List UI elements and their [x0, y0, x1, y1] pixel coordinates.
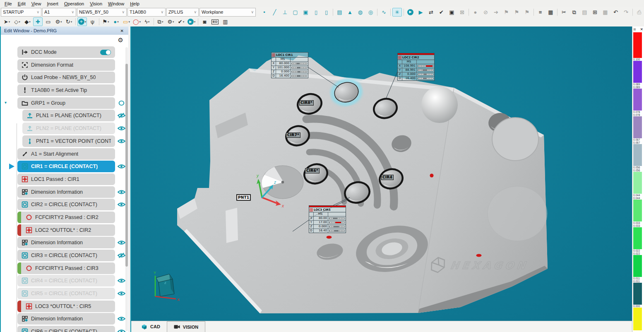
rect-feature-icon[interactable]: ▯ — [322, 8, 331, 17]
menu-file[interactable]: File — [2, 1, 15, 7]
eye-icon[interactable] — [118, 138, 125, 144]
tree-item-cir3[interactable]: CIR3 = CIRCLE (CONTACT) — [1, 250, 128, 261]
redo-icon[interactable]: ↷ — [621, 8, 631, 17]
eye-icon[interactable] — [118, 291, 125, 296]
cad-viewport[interactable]: HEXAGON y z x Y X Z LOC1 CIR1MSX80.000Y1 — [131, 26, 632, 321]
gear-icon[interactable]: ⚙ — [118, 36, 123, 44]
panel-splitter[interactable] — [128, 26, 131, 332]
tree-item-a1[interactable]: A1 = Start Alignment — [1, 148, 128, 160]
tree-item-fcfcirty1[interactable]: FCFCIRTY1 Passed : CIR3 — [1, 262, 128, 274]
report-template-icon[interactable]: ▦ — [546, 8, 555, 17]
probe-path-icon[interactable]: ψ — [88, 17, 97, 26]
probe-options-icon[interactable]: ⚙▾ — [54, 17, 63, 26]
lobe-display-icon[interactable]: ●▾ — [111, 17, 121, 26]
menu-window[interactable]: Window — [105, 1, 127, 7]
alignment-select[interactable]: A1∨ — [42, 8, 76, 17]
tree-item-load-probe[interactable]: Load Probe - NEW5_BY_50 — [1, 72, 128, 83]
tree-item-dim-info-1[interactable]: Dimension Information — [1, 186, 128, 198]
feature-tag-pnt1[interactable]: PNT1 — [236, 194, 251, 201]
round-slot-feature-icon[interactable]: ▢ — [291, 8, 300, 17]
confirm-icon[interactable]: ✔▾ — [176, 17, 186, 26]
id-box-icon[interactable]: EO — [210, 17, 220, 26]
gage-rectangle-icon[interactable]: ▭▾ — [122, 17, 131, 26]
orientation-cube[interactable]: Y X Z — [154, 271, 180, 302]
play-controls-icon[interactable]: ▶▾ — [187, 17, 196, 26]
tree-item-cir5[interactable]: CIR5 = CIRCLE (CONTACT) — [1, 288, 128, 299]
plane-feature-icon[interactable]: ⊥ — [280, 8, 290, 17]
sphere-feature-icon[interactable]: ◍ — [356, 8, 365, 17]
tab-cad[interactable]: CAD — [135, 321, 167, 332]
path-options-icon[interactable]: ⚙▾ — [166, 17, 175, 26]
menu-edit[interactable]: Edit — [15, 1, 29, 7]
tree-item-fcfcirty2[interactable]: FCFCIRTY2 Passed : CIR2 — [1, 212, 128, 223]
tip-select[interactable]: T1A0B0∨ — [127, 8, 166, 17]
tree-item-dim-info-3[interactable]: Dimension Information — [1, 313, 128, 325]
probe-file-select[interactable]: STARTUP∨ — [1, 8, 41, 17]
line-feature-icon[interactable]: ╱ — [270, 8, 279, 17]
bookmark-next-icon[interactable]: ⚑ — [512, 8, 521, 17]
scale-options-icon[interactable]: ▦ — [633, 28, 636, 31]
paste-icon[interactable]: ▤ — [580, 8, 589, 17]
paste-special-icon[interactable]: ⊞ — [590, 8, 600, 17]
eye-slash-icon[interactable] — [118, 253, 125, 258]
execute-program-icon[interactable]: ▶ — [406, 8, 415, 17]
execute-feature-icon[interactable]: ▶ — [416, 8, 425, 17]
auto-feature-icon[interactable]: ✳ — [392, 8, 402, 17]
clear-breakpoint-icon[interactable]: ⊘ — [481, 8, 490, 17]
eye-icon[interactable] — [118, 189, 125, 195]
marked-sets-icon[interactable]: ▣ — [447, 8, 457, 17]
tree-scrollbar[interactable] — [125, 47, 128, 331]
menu-insert[interactable]: Insert — [44, 1, 61, 7]
histogram-icon[interactable]: ▥ — [221, 17, 230, 26]
feature-tag-cir4[interactable]: CIR4 — [381, 175, 394, 180]
feature-tag-cir6[interactable]: CIR6* — [305, 168, 320, 173]
pattern-icon[interactable]: ▦ — [601, 8, 610, 17]
window-layouts-icon[interactable]: ⧉▾ — [156, 17, 165, 26]
camera-capture-icon[interactable]: ◙ — [200, 17, 209, 26]
print-icon[interactable]: ⎙ — [634, 8, 644, 17]
tree-item-pln1[interactable]: PLN1 = PLANE (CONTACT) — [1, 110, 128, 121]
breakpoint-icon[interactable]: ● — [471, 8, 480, 17]
clear-marked-icon[interactable]: ⊠ — [457, 8, 467, 17]
eye-icon[interactable] — [118, 329, 125, 332]
eye-icon[interactable] — [118, 278, 125, 284]
shaded-view-icon[interactable]: ◆▾ — [23, 17, 32, 26]
pan-mode-icon[interactable]: ✚ — [33, 17, 43, 26]
bookmark-clear-icon[interactable]: ⚑ — [522, 8, 532, 17]
menu-vision[interactable]: Vision — [87, 1, 105, 7]
tree-item-cir2[interactable]: CIR2 = CIRCLE (CONTACT) — [1, 199, 128, 210]
tree-item-pnt1[interactable]: PNT1 = VECTOR POINT (CONTACT) — [1, 135, 128, 147]
cylinder-feature-icon[interactable]: ▤ — [335, 8, 344, 17]
tree-item-set-active-tip[interactable]: T1A0B0 = Set Active Tip — [1, 84, 128, 96]
menu-view[interactable]: View — [29, 1, 44, 7]
tree-item-cir6[interactable]: CIR6 = CIRCLE (CONTACT) — [1, 326, 128, 332]
eye-icon[interactable] — [118, 240, 125, 245]
quick-measure-icon[interactable]: ϟ▾ — [142, 17, 152, 26]
tab-vision[interactable]: VISION — [167, 321, 205, 332]
menu-operation[interactable]: Operation — [61, 1, 87, 7]
tree-item-cir1[interactable]: CIR1 = CIRCLE (CONTACT) — [1, 161, 128, 172]
tree-item-loc2[interactable]: LOC2 *OUTTOL* : CIR2 — [1, 224, 128, 236]
undo-icon[interactable]: ↶ — [611, 8, 620, 17]
square-slot-feature-icon[interactable]: ▣ — [301, 8, 310, 17]
feature-tag-cir7[interactable]: CIR7* — [286, 132, 300, 138]
zoom-controls-icon[interactable]: ✛▾ — [77, 17, 87, 26]
dcc-toggle[interactable] — [100, 50, 111, 55]
copy-icon[interactable]: ⧉ — [570, 8, 579, 17]
done-icon[interactable]: ✔ — [437, 8, 446, 17]
cut-icon[interactable]: ✂ — [559, 8, 569, 17]
go-to-icon[interactable]: ➔ — [491, 8, 501, 17]
visibility-circle-icon[interactable] — [118, 100, 125, 106]
dim-box-loc3[interactable]: LOC3 CIR5MSX80.00Y17.00Z0.000D16.40 — [309, 205, 346, 233]
tree-item-cir4[interactable]: CIR4 = CIRCLE (CONTACT) — [1, 275, 128, 286]
probe-select[interactable]: NEW5_BY_50∨ — [77, 8, 127, 17]
loop-execute-icon[interactable]: ⇄ — [426, 8, 436, 17]
curve-feature-icon[interactable]: ∿ — [379, 8, 389, 17]
dim-box-loc1[interactable]: LOC1 CIR1MSX80.000Y101.000Z0.000D16.400 — [271, 52, 308, 78]
feature-tag-cir8[interactable]: CIR8* — [299, 100, 314, 106]
scale-close-icon[interactable]: ✕ — [640, 27, 643, 31]
tree-item-dim-info-2[interactable]: Dimension Information — [1, 237, 128, 248]
cone-feature-icon[interactable]: ▲ — [345, 8, 355, 17]
workplane-label-select[interactable]: Workplane∨ — [199, 8, 256, 17]
tree-item-loc3[interactable]: LOC3 *OUTTOL* : CIR5 — [1, 301, 128, 312]
